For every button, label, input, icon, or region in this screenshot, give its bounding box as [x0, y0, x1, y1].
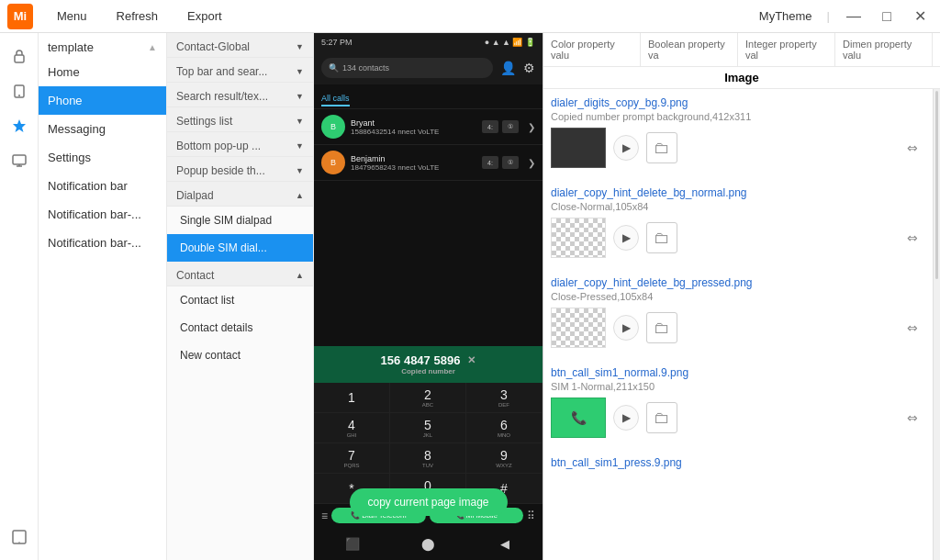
image-action-btn-3[interactable]: ▶ — [613, 405, 639, 431]
dialkey-1[interactable]: 1 — [314, 383, 390, 413]
close-button[interactable]: ✕ — [907, 4, 933, 29]
sub-nav-bottom-popup[interactable]: Bottom pop-up ... ▼ — [167, 132, 313, 157]
call-btn2-sim1[interactable]: 4: — [482, 156, 498, 169]
main-content: template ▲ Home Phone Messaging Settings… — [0, 33, 940, 560]
image-folder-btn-3[interactable]: 🗀 — [646, 402, 677, 433]
sub-nav-contact[interactable]: Contact ▲ — [167, 262, 313, 286]
image-name-0: dialer_digits_copy_bg.9.png — [551, 96, 925, 109]
sub-nav-popup-beside[interactable]: Popup beside th... ▼ — [167, 157, 313, 182]
prop-scrollbar[interactable] — [933, 89, 940, 560]
dialkey-7[interactable]: 7PQRS — [314, 443, 390, 474]
phone-statusbar: 5:27 PM ● ▲ ▲ 📶 🔋 — [314, 33, 543, 51]
image-thumb-2 — [551, 308, 606, 348]
nav-item-home[interactable]: Home — [39, 58, 166, 86]
icon-sidebar — [0, 33, 39, 560]
prop-col-dimen: Dimen property valu — [835, 33, 933, 66]
sidebar-item-device[interactable] — [4, 75, 35, 106]
nav-item-settings[interactable]: Settings — [39, 143, 166, 172]
theme-name: MyTheme — [759, 9, 812, 23]
svg-rect-5 — [13, 531, 26, 543]
dialkey-6[interactable]: 6MNO — [466, 413, 543, 443]
phone-dialpad: 1 2ABC 3DEF 4GHI 5JKL 6MNO 7PQRS 8TUV 9W… — [314, 383, 543, 504]
contact-avatar-0: B — [321, 115, 345, 139]
nav-item-notification-bar[interactable]: Notification bar — [39, 172, 166, 200]
menu-button[interactable]: Menu — [44, 6, 100, 27]
dialkey-9[interactable]: 9WXYZ — [466, 443, 543, 474]
sub-nav-item-new-contact[interactable]: New contact — [167, 342, 313, 369]
image-name-3: btn_call_sim1_normal.9.png — [551, 366, 925, 379]
nav-item-phone[interactable]: Phone — [39, 86, 166, 115]
prop-col-color: Color property valu — [543, 33, 641, 66]
dialkey-3[interactable]: 3DEF — [466, 383, 543, 413]
export-button[interactable]: Export — [174, 6, 235, 27]
phone-search[interactable]: 🔍 134 contacts — [321, 58, 493, 78]
image-folder-btn-1[interactable]: 🗀 — [646, 222, 677, 253]
prop-content-wrapper: dialer_digits_copy_bg.9.png Copied numbe… — [543, 89, 940, 560]
call-btn-sim1[interactable]: 4: — [482, 120, 498, 133]
sidebar-item-star[interactable] — [4, 110, 35, 141]
call-btn2-sim2[interactable]: ① — [502, 156, 519, 169]
image-compress-btn-1[interactable]: ⇔ — [900, 225, 925, 251]
nav-section-template[interactable]: template ▲ — [39, 33, 166, 58]
minimize-button[interactable]: — — [841, 4, 867, 29]
app-logo: Mi — [7, 4, 33, 29]
svg-rect-0 — [15, 55, 24, 62]
contact-item-0[interactable]: B Bryant 15886432514 nnect VoLTE 4: ① ❯ — [314, 109, 543, 145]
image-item-0: dialer_digits_copy_bg.9.png Copied numbe… — [551, 96, 925, 168]
image-action-btn-2[interactable]: ▶ — [613, 315, 639, 341]
image-item-3: btn_call_sim1_normal.9.png SIM 1-Normal,… — [551, 366, 925, 438]
sub-nav-item-contact-list[interactable]: Contact list — [167, 286, 313, 314]
maximize-button[interactable]: □ — [874, 4, 900, 29]
sub-nav-item-contact-details[interactable]: Contact details — [167, 314, 313, 342]
sub-nav-item-single-sim[interactable]: Single SIM dialpad — [167, 207, 313, 234]
dialkey-5[interactable]: 5JKL — [390, 413, 466, 443]
properties-panel: Color property valu Boolean property va … — [543, 33, 940, 560]
prop-col-boolean: Boolean property va — [641, 33, 738, 66]
sidebar-item-tablet[interactable] — [4, 521, 35, 553]
phone-nav-recent[interactable]: ⬛ — [343, 534, 362, 553]
dialkey-8[interactable]: 8TUV — [390, 443, 466, 474]
contact-avatar-1: B — [321, 151, 345, 174]
image-thumb-3: 📞 — [551, 398, 606, 438]
phone-preview: 5:27 PM ● ▲ ▲ 📶 🔋 🔍 134 contacts 👤 ⚙ All… — [314, 33, 543, 560]
image-action-btn-1[interactable]: ▶ — [613, 225, 639, 251]
sub-nav-topbar[interactable]: Top bar and sear... ▼ — [167, 58, 313, 83]
image-name-1: dialer_copy_hint_delete_bg_normal.png — [551, 186, 925, 199]
image-action-btn-0[interactable]: ▶ — [613, 135, 639, 161]
nav-item-notification-bar3[interactable]: Notification bar-... — [39, 229, 166, 257]
image-item-1: dialer_copy_hint_delete_bg_normal.png Cl… — [551, 186, 925, 258]
image-compress-btn-3[interactable]: ⇔ — [900, 405, 925, 431]
dialpad-icon[interactable]: ⠿ — [527, 510, 535, 522]
nav-item-notification-bar2[interactable]: Notification bar-... — [39, 200, 166, 229]
image-item-2: dialer_copy_hint_delete_bg_pressed.png C… — [551, 276, 925, 348]
all-calls-tab[interactable]: All calls — [314, 84, 543, 109]
contact-item-1[interactable]: B Benjamin 18479658243 nnect VoLTE 4: ① … — [314, 145, 543, 181]
call-btn-sim2[interactable]: ① — [502, 120, 519, 133]
phone-nav-home[interactable]: ⬤ — [420, 534, 438, 553]
nav-item-messaging[interactable]: Messaging — [39, 115, 166, 143]
sub-nav-settings-list[interactable]: Settings list ▼ — [167, 107, 313, 132]
sub-nav-item-double-sim[interactable]: Double SIM dial... — [167, 234, 313, 262]
sidebar-item-monitor[interactable] — [4, 145, 35, 176]
copy-page-image-button[interactable]: copy current page image — [349, 488, 507, 516]
phone-nav-back[interactable]: ◀ — [496, 534, 514, 553]
menu-dots[interactable]: ≡ — [321, 510, 328, 522]
image-name-2: dialer_copy_hint_delete_bg_pressed.png — [551, 276, 925, 289]
dialkey-4[interactable]: 4GHI — [314, 413, 390, 443]
svg-marker-3 — [13, 119, 26, 132]
image-folder-btn-2[interactable]: 🗀 — [646, 312, 677, 343]
dialkey-2[interactable]: 2ABC — [390, 383, 466, 413]
sub-nav-contact-global[interactable]: Contact-Global ▼ — [167, 33, 313, 58]
title-bar: Mi Menu Refresh Export MyTheme | — □ ✕ — [0, 0, 940, 33]
svg-point-2 — [18, 95, 20, 96]
sub-nav-search-result[interactable]: Search result/tex... ▼ — [167, 83, 313, 107]
image-name-4: btn_call_sim1_press.9.png — [551, 456, 925, 469]
sub-nav-dialpad[interactable]: Dialpad ▲ — [167, 182, 313, 207]
sidebar-item-lock[interactable] — [4, 40, 35, 72]
refresh-button[interactable]: Refresh — [104, 6, 172, 27]
image-compress-btn-2[interactable]: ⇔ — [900, 315, 925, 341]
image-compress-btn-0[interactable]: ⇔ — [900, 135, 925, 161]
image-column-header: Image — [543, 67, 940, 88]
image-thumb-1 — [551, 218, 606, 258]
image-folder-btn-0[interactable]: 🗀 — [646, 132, 677, 163]
